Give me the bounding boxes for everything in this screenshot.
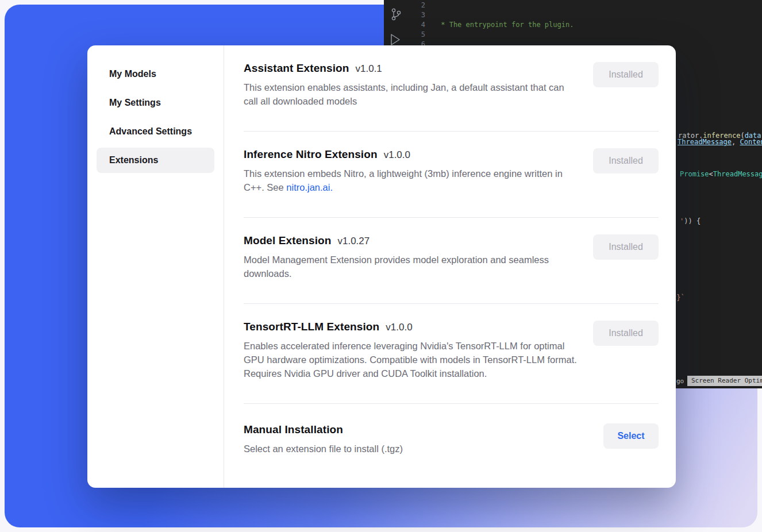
manual-installation-row: Manual Installation Select an extension …	[244, 404, 659, 476]
nitro-link[interactable]: nitro.jan.ai.	[286, 182, 333, 192]
extension-name: Assistant Extension	[244, 62, 349, 75]
installed-button[interactable]: Installed	[593, 321, 659, 346]
screen-reader-badge[interactable]: Screen Reader Optimiz	[687, 376, 762, 386]
extension-version: v1.0.0	[384, 149, 410, 161]
manual-installation-title: Manual Installation	[244, 423, 343, 436]
sidebar-item-label: Extensions	[109, 155, 158, 165]
settings-modal: My Models My Settings Advanced Settings …	[87, 45, 676, 488]
installed-button[interactable]: Installed	[593, 62, 659, 87]
line-number: 5	[410, 30, 425, 40]
code-fragment: ')) {	[680, 217, 701, 225]
line-number: 4	[410, 20, 425, 30]
sidebar-item-extensions[interactable]: Extensions	[97, 148, 214, 173]
editor-gutter: 2 3 4 5 6	[410, 1, 425, 49]
sidebar-item-label: My Settings	[109, 98, 161, 108]
extension-description: Enables accelerated inference leveraging…	[244, 339, 579, 380]
sidebar-item-advanced-settings[interactable]: Advanced Settings	[97, 119, 214, 144]
line-number: 2	[410, 1, 425, 10]
extension-name: Inference Nitro Extension	[244, 148, 378, 161]
settings-sidebar: My Models My Settings Advanced Settings …	[87, 45, 224, 488]
installed-button[interactable]: Installed	[593, 148, 659, 174]
line-number: 3	[410, 10, 425, 20]
extension-description: Model Management Extension provides mode…	[244, 253, 579, 280]
extension-row-nitro: Inference Nitro Extension v1.0.0 This ex…	[244, 132, 659, 218]
statusbar-text: go	[676, 377, 684, 385]
extensions-panel: Assistant Extension v1.0.1 This extensio…	[224, 45, 676, 488]
extension-version: v1.0.27	[337, 236, 370, 247]
source-control-branch-icon[interactable]	[390, 7, 402, 24]
code-fragment: Promise<ThreadMessage>	[680, 170, 762, 178]
sidebar-item-label: Advanced Settings	[109, 126, 192, 137]
manual-installation-description: Select an extension file to install (.tg…	[244, 442, 403, 456]
extension-description: This extension enables assistants, inclu…	[244, 80, 579, 108]
sidebar-item-label: My Models	[109, 69, 156, 79]
select-file-button[interactable]: Select	[603, 423, 659, 449]
extension-version: v1.0.0	[386, 322, 412, 333]
code-line: * The entrypoint for the plugin.	[437, 20, 762, 30]
code-fragment: rator.inference(data));	[678, 132, 762, 140]
extension-version: v1.0.1	[356, 63, 382, 75]
extension-row-tensorrt: TensortRT-LLM Extension v1.0.0 Enables a…	[244, 304, 659, 404]
extension-row-assistant: Assistant Extension v1.0.1 This extensio…	[244, 45, 659, 132]
extension-name: TensortRT-LLM Extension	[244, 321, 379, 333]
sidebar-item-my-models[interactable]: My Models	[97, 61, 214, 87]
extension-description: This extension embeds Nitro, a lightweig…	[244, 167, 579, 194]
extension-name: Model Extension	[244, 234, 331, 247]
installed-button[interactable]: Installed	[593, 234, 659, 260]
extension-row-model: Model Extension v1.0.27 Model Management…	[244, 218, 659, 304]
sidebar-item-my-settings[interactable]: My Settings	[97, 90, 214, 115]
